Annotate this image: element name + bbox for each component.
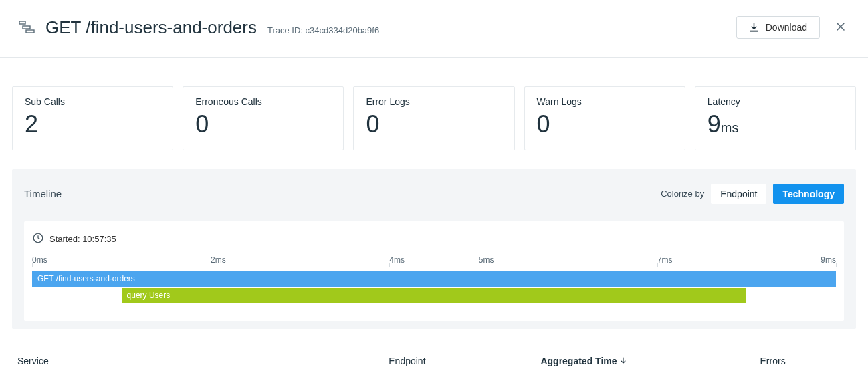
col-aggregated-time[interactable]: Aggregated Time	[535, 346, 754, 376]
page-header: GET /find-users-and-orders Trace ID: c34…	[0, 0, 868, 58]
axis-tick: 2ms	[211, 255, 226, 265]
started-label: Started: 10:57:35	[49, 234, 116, 244]
content: Sub Calls2Erroneous Calls0Error Logs0War…	[0, 86, 868, 379]
metric-label: Error Logs	[366, 96, 502, 107]
axis-tick: 7ms	[657, 255, 673, 265]
metric-value: 9ms	[708, 111, 843, 138]
metric-card: Error Logs0	[353, 86, 514, 150]
download-button[interactable]: Download	[736, 16, 820, 39]
close-icon	[836, 21, 845, 34]
errors-cell	[755, 376, 856, 379]
colorize-endpoint-button[interactable]: Endpoint	[711, 184, 766, 204]
timeline-body: Started: 10:57:35 0ms2ms4ms5ms7ms9ms GET…	[24, 221, 844, 321]
svg-rect-3	[750, 30, 758, 31]
metric-value: 0	[366, 111, 502, 138]
svg-rect-1	[23, 26, 30, 29]
metric-value: 0	[537, 111, 673, 138]
clock-icon	[32, 232, 44, 246]
table-body: graphql-demo_client-appGET /find-users-a…	[12, 376, 856, 379]
services-table: Service Endpoint Aggregated Time Errors …	[12, 346, 856, 379]
col-errors[interactable]: Errors	[755, 346, 856, 376]
metric-card: Erroneous Calls0	[183, 86, 344, 150]
timeline-bar[interactable]: query Users	[122, 288, 747, 303]
colorize-technology-button[interactable]: Technology	[773, 184, 844, 204]
timeline-title: Timeline	[24, 188, 62, 199]
timeline-axis: 0ms2ms4ms5ms7ms9ms	[32, 255, 836, 267]
svg-rect-2	[26, 30, 34, 33]
metric-card: Warn Logs0	[524, 86, 685, 150]
aggregated-time-cell: 9ms	[535, 376, 754, 379]
header-left: GET /find-users-and-orders Trace ID: c34…	[19, 17, 736, 38]
svg-rect-0	[19, 21, 25, 24]
axis-tick: 5ms	[479, 255, 494, 265]
timeline-bar[interactable]: GET /find-users-and-orders	[32, 271, 836, 287]
axis-tick: 4ms	[389, 255, 405, 265]
download-label: Download	[766, 22, 807, 33]
timeline-bars: GET /find-users-and-ordersquery Users	[32, 271, 836, 307]
colorize-label: Colorize by	[661, 188, 704, 199]
sort-arrow-icon	[619, 356, 627, 366]
timeline-header: Timeline Colorize by Endpoint Technology	[24, 184, 844, 204]
metric-label: Erroneous Calls	[195, 96, 331, 107]
metric-card: Sub Calls2	[12, 86, 173, 150]
metric-value: 2	[25, 111, 160, 138]
close-button[interactable]	[832, 17, 849, 39]
download-icon	[749, 23, 759, 33]
col-endpoint[interactable]: Endpoint	[383, 346, 535, 376]
axis-tick: 9ms	[821, 255, 836, 265]
page-title: GET /find-users-and-orders	[45, 17, 257, 38]
table-row[interactable]: graphql-demo_client-appGET /find-users-a…	[12, 376, 856, 379]
metric-card: Latency9ms	[695, 86, 856, 150]
metric-label: Latency	[708, 96, 843, 107]
timeline-panel: Timeline Colorize by Endpoint Technology…	[12, 169, 856, 329]
trace-id-label: Trace ID: c34cd334d20ba9f6	[267, 25, 379, 35]
colorize-control: Colorize by Endpoint Technology	[661, 184, 844, 204]
col-service[interactable]: Service	[12, 346, 383, 376]
metric-value: 0	[195, 111, 331, 138]
axis-tick: 0ms	[32, 255, 47, 265]
started-row: Started: 10:57:35	[32, 232, 836, 246]
trace-icon	[19, 20, 35, 35]
metrics-row: Sub Calls2Erroneous Calls0Error Logs0War…	[12, 86, 856, 150]
metric-label: Sub Calls	[25, 96, 160, 107]
metric-label: Warn Logs	[537, 96, 673, 107]
